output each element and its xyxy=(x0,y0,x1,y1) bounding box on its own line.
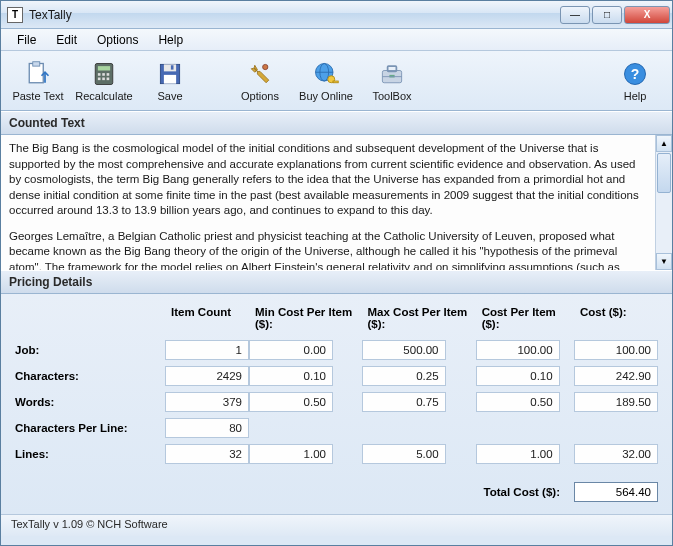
row-job: Job: 1 0.00 500.00 100.00 100.00 xyxy=(15,340,658,360)
characters-per[interactable]: 0.10 xyxy=(476,366,560,386)
svg-rect-7 xyxy=(107,73,110,76)
paste-icon xyxy=(24,60,52,88)
row-words: Words: 379 0.50 0.75 0.50 189.50 xyxy=(15,392,658,412)
characters-count[interactable]: 2429 xyxy=(165,366,249,386)
lines-per[interactable]: 1.00 xyxy=(476,444,560,464)
row-total: Total Cost ($): xyxy=(15,470,658,502)
minimize-button[interactable]: — xyxy=(560,6,590,24)
window-title: TexTally xyxy=(29,8,558,22)
help-button[interactable]: ? Help xyxy=(602,54,668,108)
close-button[interactable]: X xyxy=(624,6,670,24)
svg-rect-5 xyxy=(98,73,101,76)
toolbox-label: ToolBox xyxy=(372,90,411,102)
label-job: Job: xyxy=(15,340,165,360)
label-cpl: Characters Per Line: xyxy=(15,418,165,438)
titlebar: T TexTally — □ X xyxy=(1,1,672,29)
row-chars-per-line: Characters Per Line: 80 xyxy=(15,418,658,438)
menubar: File Edit Options Help xyxy=(1,29,672,51)
wrench-icon xyxy=(246,60,274,88)
save-button[interactable]: Save xyxy=(137,54,203,108)
svg-rect-13 xyxy=(164,74,176,83)
calculator-icon xyxy=(90,60,118,88)
job-cost[interactable]: 100.00 xyxy=(574,340,658,360)
words-cost[interactable]: 189.50 xyxy=(574,392,658,412)
job-max[interactable]: 500.00 xyxy=(362,340,446,360)
lines-count[interactable]: 32 xyxy=(165,444,249,464)
svg-rect-9 xyxy=(102,77,105,80)
menu-file[interactable]: File xyxy=(7,31,46,49)
svg-rect-22 xyxy=(388,66,397,71)
help-label: Help xyxy=(624,90,647,102)
characters-cost[interactable]: 242.90 xyxy=(574,366,658,386)
label-total: Total Cost ($): xyxy=(15,470,574,502)
svg-text:?: ? xyxy=(631,66,640,82)
paste-text-button[interactable]: Paste Text xyxy=(5,54,71,108)
toolbox-button[interactable]: ToolBox xyxy=(359,54,425,108)
col-min-cost: Min Cost Per Item ($): xyxy=(249,306,362,334)
options-label: Options xyxy=(241,90,279,102)
help-icon: ? xyxy=(621,60,649,88)
pricing-table: Item Count Min Cost Per Item ($): Max Co… xyxy=(15,300,658,508)
row-lines: Lines: 32 1.00 5.00 1.00 32.00 xyxy=(15,444,658,464)
text-paragraph-1: The Big Bang is the cosmological model o… xyxy=(9,141,647,219)
menu-help[interactable]: Help xyxy=(148,31,193,49)
row-characters: Characters: 2429 0.10 0.25 0.10 242.90 xyxy=(15,366,658,386)
scrollbar[interactable]: ▲ ▼ xyxy=(655,135,672,270)
lines-max[interactable]: 5.00 xyxy=(362,444,446,464)
words-max[interactable]: 0.75 xyxy=(362,392,446,412)
characters-min[interactable]: 0.10 xyxy=(249,366,333,386)
svg-rect-14 xyxy=(171,65,174,69)
svg-rect-1 xyxy=(33,61,40,65)
svg-point-15 xyxy=(263,64,268,69)
status-bar: TexTally v 1.09 © NCH Software xyxy=(1,514,672,536)
lines-cost[interactable]: 32.00 xyxy=(574,444,658,464)
characters-max[interactable]: 0.25 xyxy=(362,366,446,386)
floppy-icon xyxy=(156,60,184,88)
counted-text-header: Counted Text xyxy=(1,111,672,135)
save-label: Save xyxy=(157,90,182,102)
cpl-count[interactable]: 80 xyxy=(165,418,249,438)
svg-rect-8 xyxy=(98,77,101,80)
menu-options[interactable]: Options xyxy=(87,31,148,49)
scroll-thumb[interactable] xyxy=(657,153,671,193)
svg-rect-6 xyxy=(102,73,105,76)
label-lines: Lines: xyxy=(15,444,165,464)
words-count[interactable]: 379 xyxy=(165,392,249,412)
lines-min[interactable]: 1.00 xyxy=(249,444,333,464)
options-button[interactable]: Options xyxy=(227,54,293,108)
pricing-details-header: Pricing Details xyxy=(1,270,672,294)
buy-online-label: Buy Online xyxy=(299,90,353,102)
paste-text-label: Paste Text xyxy=(12,90,63,102)
job-count[interactable]: 1 xyxy=(165,340,249,360)
label-words: Words: xyxy=(15,392,165,412)
scroll-up-button[interactable]: ▲ xyxy=(656,135,672,152)
words-min[interactable]: 0.50 xyxy=(249,392,333,412)
job-per[interactable]: 100.00 xyxy=(476,340,560,360)
col-cost-per: Cost Per Item ($): xyxy=(476,306,574,334)
job-min[interactable]: 0.00 xyxy=(249,340,333,360)
recalculate-label: Recalculate xyxy=(75,90,132,102)
svg-rect-10 xyxy=(107,77,110,80)
col-cost: Cost ($): xyxy=(574,306,658,334)
svg-rect-20 xyxy=(333,81,338,83)
counted-text-area: The Big Bang is the cosmological model o… xyxy=(1,135,672,270)
label-characters: Characters: xyxy=(15,366,165,386)
scroll-down-button[interactable]: ▼ xyxy=(656,253,672,270)
menu-edit[interactable]: Edit xyxy=(46,31,87,49)
globe-key-icon xyxy=(312,60,340,88)
words-per[interactable]: 0.50 xyxy=(476,392,560,412)
total-cost-field[interactable] xyxy=(574,482,658,502)
pricing-panel: Item Count Min Cost Per Item ($): Max Co… xyxy=(1,294,672,514)
text-paragraph-2: Georges Lemaître, a Belgian Catholic pri… xyxy=(9,229,647,270)
svg-rect-4 xyxy=(98,66,110,70)
buy-online-button[interactable]: Buy Online xyxy=(293,54,359,108)
toolbar: Paste Text Recalculate Save Options Buy … xyxy=(1,51,672,111)
maximize-button[interactable]: □ xyxy=(592,6,622,24)
recalculate-button[interactable]: Recalculate xyxy=(71,54,137,108)
counted-text-body[interactable]: The Big Bang is the cosmological model o… xyxy=(1,135,655,270)
toolbox-icon xyxy=(378,60,406,88)
app-icon: T xyxy=(7,7,23,23)
col-item-count: Item Count xyxy=(165,306,249,334)
col-max-cost: Max Cost Per Item ($): xyxy=(362,306,476,334)
svg-rect-12 xyxy=(164,64,176,71)
